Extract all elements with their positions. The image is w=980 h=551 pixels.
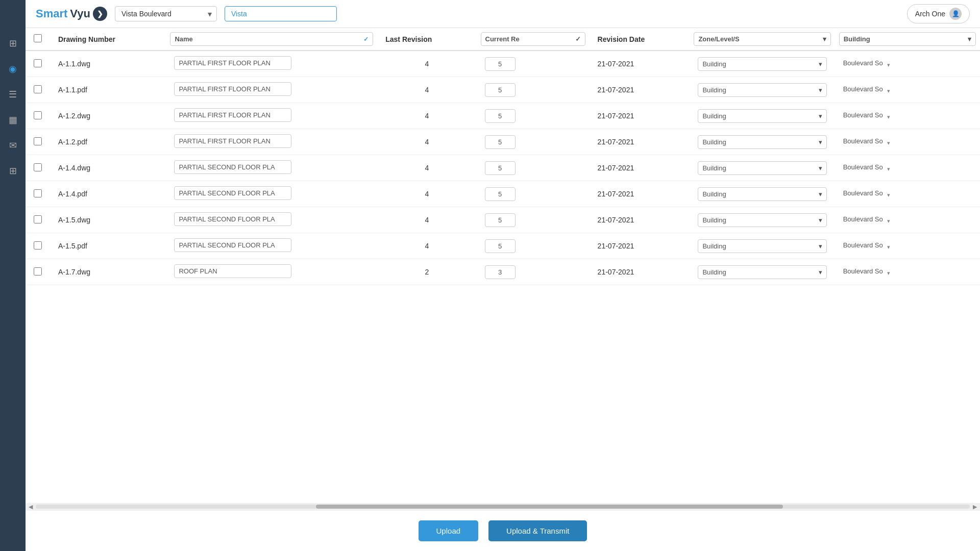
zone-chevron-icon: ▾ [823,35,826,43]
zone-level-dropdown[interactable]: Building ▾ [698,161,826,175]
zone-level-cell[interactable]: Building ▾ [690,155,835,181]
project-select[interactable]: Vista Boulevard [115,6,217,21]
row-checkbox[interactable] [34,267,42,276]
search-input[interactable] [225,6,337,21]
logo-text-smart: Smart [36,7,67,20]
scroll-left-icon[interactable]: ◀ [26,503,36,510]
zone-level-cell[interactable]: Building ▾ [690,103,835,129]
scroll-thumb[interactable] [316,505,783,509]
zone-level-cell[interactable]: Building ▾ [690,129,835,155]
logo-arrow-icon[interactable]: ❯ [93,7,107,21]
upload-button[interactable]: Upload [419,520,479,541]
building-dropdown-chevron[interactable]: ▾ [887,88,890,94]
building-dropdown-chevron[interactable]: ▾ [887,140,890,146]
zone-level-cell[interactable]: Building ▾ [690,181,835,207]
row-checkbox[interactable] [34,85,42,93]
zone-level-cell[interactable]: Building ▾ [690,259,835,285]
current-revision-cell: 5 [477,181,590,207]
revision-date-cell: 21-07-2021 [590,207,690,233]
name-cell[interactable]: PARTIAL SECOND FLOOR PLA [166,207,377,233]
name-cell[interactable]: PARTIAL SECOND FLOOR PLA [166,233,377,259]
name-filter[interactable]: Name ✓ [170,32,373,46]
row-checkbox-cell[interactable] [26,77,50,103]
row-checkbox-cell[interactable] [26,259,50,285]
current-revision-cell: 5 [477,233,590,259]
table-row: A-1.5.dwg PARTIAL SECOND FLOOR PLA 4 5 2… [26,207,980,233]
drawing-number-cell: A-1.1.dwg [50,51,166,77]
row-checkbox[interactable] [34,215,42,223]
table-container[interactable]: Drawing Number Name ✓ Last Revision Curr… [26,28,980,510]
building-dropdown-chevron[interactable]: ▾ [887,62,890,68]
name-cell[interactable]: PARTIAL SECOND FLOOR PLA [166,181,377,207]
zone-level-dropdown[interactable]: Building ▾ [698,265,826,279]
row-checkbox-cell[interactable] [26,51,50,77]
row-checkbox[interactable] [34,163,42,171]
name-cell[interactable]: ROOF PLAN [166,259,377,285]
user-badge[interactable]: Arch One 👤 [907,4,970,23]
drawing-number-cell: A-1.4.dwg [50,155,166,181]
zone-level-value: Building [702,164,726,172]
zone-level-dropdown[interactable]: Building ▾ [698,187,826,201]
building-dropdown-chevron[interactable]: ▾ [887,192,890,198]
row-checkbox-cell[interactable] [26,207,50,233]
current-revision-cell: 5 [477,103,590,129]
zone-level-dropdown[interactable]: Building ▾ [698,109,826,123]
zone-level-dropdown[interactable]: Building ▾ [698,83,826,97]
zone-level-cell[interactable]: Building ▾ [690,207,835,233]
row-checkbox-cell[interactable] [26,103,50,129]
drawing-number-cell: A-1.4.pdf [50,181,166,207]
apps-icon[interactable]: ⊞ [5,163,20,179]
zone-level-value: Building [702,86,726,94]
name-field: ROOF PLAN [174,264,291,278]
row-checkbox[interactable] [34,241,42,249]
row-checkbox[interactable] [34,111,42,119]
row-checkbox-cell[interactable] [26,129,50,155]
zone-level-cell[interactable]: Building ▾ [690,77,835,103]
zone-level-filter[interactable]: Zone/Level/S ▾ [694,32,830,46]
name-cell[interactable]: PARTIAL FIRST FLOOR PLAN [166,77,377,103]
zone-dropdown-chevron: ▾ [819,242,822,250]
building-cell: Boulevard So ▾ [835,103,980,129]
mail-icon[interactable]: ✉ [5,138,20,153]
zone-dropdown-chevron: ▾ [819,138,822,146]
logo: SmartVyu ❯ [36,7,107,21]
row-checkbox-cell[interactable] [26,155,50,181]
select-all-header[interactable] [26,28,50,51]
user-avatar-icon: 👤 [949,8,962,20]
horizontal-scrollbar[interactable]: ◀ ▶ [26,503,980,510]
building-dropdown-chevron[interactable]: ▾ [887,166,890,172]
sidebar: ⊞ ◉ ☰ ▦ ✉ ⊞ [0,0,26,551]
building-dropdown-chevron[interactable]: ▾ [887,218,890,224]
list-icon[interactable]: ☰ [5,87,20,102]
name-cell[interactable]: PARTIAL SECOND FLOOR PLA [166,155,377,181]
building-dropdown-chevron[interactable]: ▾ [887,244,890,250]
upload-transmit-button[interactable]: Upload & Transmit [488,520,587,541]
building-dropdown-chevron[interactable]: ▾ [887,270,890,276]
row-checkbox-cell[interactable] [26,181,50,207]
zone-level-cell[interactable]: Building ▾ [690,233,835,259]
navigation-icon[interactable]: ◉ [5,61,20,77]
building-filter[interactable]: Building ▾ [839,32,976,46]
row-checkbox[interactable] [34,59,42,67]
drawing-number-cell: A-1.7.dwg [50,259,166,285]
name-cell[interactable]: PARTIAL FIRST FLOOR PLAN [166,103,377,129]
building-dropdown-chevron[interactable]: ▾ [887,114,890,120]
zone-level-cell[interactable]: Building ▾ [690,51,835,77]
zone-level-dropdown[interactable]: Building ▾ [698,57,826,71]
select-all-checkbox[interactable] [34,34,42,42]
grid-icon[interactable]: ▦ [5,112,20,128]
current-revision-cell: 5 [477,155,590,181]
current-revision-cell: 5 [477,77,590,103]
scroll-right-icon[interactable]: ▶ [970,503,980,510]
name-cell[interactable]: PARTIAL FIRST FLOOR PLAN [166,51,377,77]
zone-level-dropdown[interactable]: Building ▾ [698,213,826,227]
zone-level-dropdown[interactable]: Building ▾ [698,239,826,253]
building-suffix: Boulevard So [843,267,883,275]
dashboard-icon[interactable]: ⊞ [5,36,20,51]
row-checkbox-cell[interactable] [26,233,50,259]
row-checkbox[interactable] [34,137,42,145]
zone-level-dropdown[interactable]: Building ▾ [698,135,826,149]
current-revision-filter[interactable]: Current Re ✓ [481,32,585,46]
row-checkbox[interactable] [34,189,42,197]
name-cell[interactable]: PARTIAL FIRST FLOOR PLAN [166,129,377,155]
